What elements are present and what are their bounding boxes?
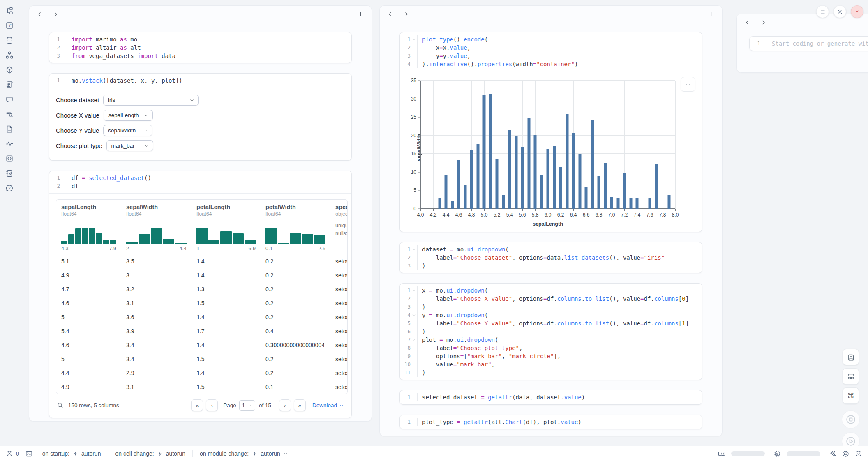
table-row[interactable]: 5.13.51.40.2setosa: [56, 254, 348, 268]
code-text[interactable]: ): [417, 262, 702, 270]
code-text[interactable]: label="Choose plot type",: [417, 344, 702, 352]
save-button[interactable]: [843, 349, 859, 365]
download-button[interactable]: Download: [312, 402, 344, 408]
sidebar-item-snippets[interactable]: [4, 153, 15, 164]
settings-button[interactable]: [833, 5, 846, 18]
on-cell-change-mode[interactable]: on cell change: autorun: [108, 450, 192, 457]
sidebar-item-packages[interactable]: [4, 64, 15, 75]
add-cell-button[interactable]: [708, 11, 715, 18]
sidebar-item-dependency-graph[interactable]: [4, 49, 15, 60]
sidebar-item-ai-chat[interactable]: [4, 94, 15, 105]
table-row[interactable]: 53.61.40.2setosa: [56, 310, 348, 324]
code-text[interactable]: from vega_datasets import data: [67, 52, 351, 60]
code-text[interactable]: ).interactive().properties(width="contai…: [417, 60, 702, 68]
first-page-button[interactable]: «: [191, 399, 203, 411]
column-header[interactable]: petalWidthfloat640.12.5: [261, 200, 330, 254]
column-header[interactable]: speciesobjectunique:nulls:: [330, 200, 348, 254]
back-button[interactable]: [744, 19, 750, 25]
fold-toggle[interactable]: [411, 286, 417, 295]
ai-assistant-icon[interactable]: [829, 450, 836, 457]
sidebar-item-file-explorer[interactable]: [4, 5, 15, 16]
scroll-icon: [5, 81, 14, 89]
code-text[interactable]: selected_dataset = getattr(data, dataset…: [417, 393, 702, 401]
terminal-button[interactable]: [25, 450, 33, 458]
forward-button[interactable]: [403, 11, 409, 17]
code-text[interactable]: options=["mark_bar", "mark_circle"],: [417, 352, 702, 360]
code-text[interactable]: x = mo.ui.dropdown(: [417, 286, 702, 295]
code-text[interactable]: ): [417, 303, 702, 311]
column-header[interactable]: sepalLengthfloat644.37.9: [56, 200, 121, 254]
code-text[interactable]: df = selected_dataset(): [67, 174, 351, 182]
on-module-change-mode[interactable]: on module change: autorun: [192, 450, 295, 457]
back-button[interactable]: [387, 11, 393, 17]
code-text[interactable]: label="Choose Y value", options=df.colum…: [417, 319, 702, 327]
code-text[interactable]: df: [67, 182, 351, 190]
sidebar-item-documentation[interactable]: [4, 123, 15, 134]
forward-button[interactable]: [760, 19, 766, 25]
stop-button[interactable]: [842, 410, 860, 429]
fold-toggle[interactable]: [411, 245, 417, 254]
code-text[interactable]: value="mark_bar",: [417, 360, 702, 369]
dropdown-select[interactable]: iris: [103, 95, 199, 106]
page-select[interactable]: 1: [239, 400, 255, 411]
code-text[interactable]: ): [417, 369, 702, 377]
chart-plot[interactable]: sepalWidth sepalLength 051015202530354.0…: [420, 81, 675, 209]
sidebar-item-data-sources[interactable]: [4, 35, 15, 46]
generate-link[interactable]: generate: [827, 40, 855, 47]
on-startup-mode[interactable]: on startup: autorun: [35, 450, 108, 457]
sidebar-item-cell-logs[interactable]: [4, 108, 15, 120]
sidebar-item-help[interactable]: ?: [4, 182, 15, 194]
code-text[interactable]: mo.vstack([dataset, x, y, plot]): [67, 76, 351, 85]
command-palette-button[interactable]: ⌘: [843, 387, 859, 404]
fold-toggle[interactable]: [411, 336, 417, 344]
code-text[interactable]: y = mo.ui.dropdown(: [417, 311, 702, 319]
table-row[interactable]: 53.41.50.2setosa: [56, 352, 348, 366]
code-text[interactable]: x=x.value,: [417, 44, 702, 52]
prev-page-button[interactable]: ‹: [206, 399, 218, 411]
table-row[interactable]: 5.43.91.70.4setosa: [56, 324, 348, 338]
search-icon[interactable]: [57, 402, 64, 409]
table-row[interactable]: 4.73.21.30.2setosa: [56, 282, 348, 296]
dropdown-select[interactable]: mark_bar: [106, 140, 153, 151]
column-header[interactable]: petalLengthfloat6416.9: [192, 200, 261, 254]
code-text[interactable]: plot_type().encode(: [417, 35, 702, 44]
fold-toggle[interactable]: [411, 311, 417, 319]
code-text[interactable]: dataset = mo.ui.dropdown(: [417, 245, 702, 254]
table-row[interactable]: 4.63.41.40.30000000000000004setosa: [56, 338, 348, 352]
sidebar-item-scratchpad[interactable]: [4, 168, 15, 179]
table-row[interactable]: 4.931.40.2setosa: [56, 268, 348, 282]
code-text[interactable]: plot = mo.ui.dropdown(: [417, 336, 702, 344]
error-count[interactable]: 0: [6, 450, 19, 457]
back-button[interactable]: [37, 11, 43, 17]
connection-status-icon[interactable]: [855, 450, 862, 457]
code-text[interactable]: label="Choose dataset", options=data.lis…: [417, 254, 702, 262]
last-page-button[interactable]: »: [294, 399, 306, 411]
dropdown-select[interactable]: sepalLength: [104, 110, 153, 121]
empty-code-cell[interactable]: 1 Start coding or generate with AI: [749, 36, 868, 51]
code-placeholder[interactable]: Start coding or generate with AI: [767, 39, 868, 48]
code-text[interactable]: label="Choose X value", options=df.colum…: [417, 295, 702, 303]
copilot-icon[interactable]: [842, 450, 850, 458]
code-text[interactable]: plot_type = getattr(alt.Chart(df), plot.…: [417, 418, 702, 426]
forward-button[interactable]: [53, 11, 59, 17]
sidebar-item-logs[interactable]: [4, 79, 15, 90]
sidebar-item-variables[interactable]: f: [4, 20, 15, 31]
table-row[interactable]: 4.63.11.50.2setosa: [56, 296, 348, 310]
table-row[interactable]: 4.93.11.50.1setosa: [56, 380, 348, 394]
table-row[interactable]: 4.42.91.40.2setosa: [56, 366, 348, 380]
next-page-button[interactable]: ›: [279, 399, 291, 411]
fold-toggle[interactable]: [411, 35, 417, 44]
dropdown-select[interactable]: sepalWidth: [103, 125, 152, 136]
code-text[interactable]: y=y.value,: [417, 52, 702, 60]
code-text[interactable]: import altair as alt: [67, 44, 351, 52]
column-header[interactable]: sepalWidthfloat6424.4: [121, 200, 192, 254]
sidebar-item-tracing[interactable]: [4, 138, 15, 149]
close-button[interactable]: [851, 5, 863, 18]
code-text[interactable]: import marimo as mo: [67, 35, 351, 44]
menu-button[interactable]: [816, 5, 829, 18]
chart-bar: [610, 197, 613, 209]
code-text[interactable]: ): [417, 327, 702, 336]
chart-options-button[interactable]: [681, 77, 695, 92]
add-cell-button[interactable]: [357, 11, 364, 18]
layout-button[interactable]: [843, 368, 859, 385]
